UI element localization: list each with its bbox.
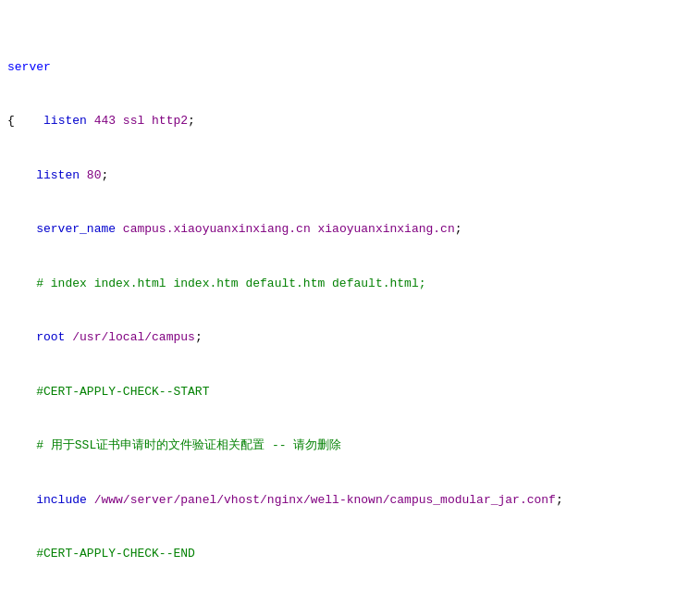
line-7: #CERT-APPLY-CHECK--START xyxy=(0,383,689,401)
line-11 xyxy=(0,599,689,617)
line-2: { listen 443 ssl http2; xyxy=(0,112,689,130)
line-4: server_name campus.xiaoyuanxinxiang.cn x… xyxy=(0,220,689,239)
code-editor: server { listen 443 ssl http2; listen 80… xyxy=(0,0,689,616)
line-3: listen 80; xyxy=(0,166,689,185)
line-6: root /usr/local/campus; xyxy=(0,328,689,347)
line-9: include /www/server/panel/vhost/nginx/we… xyxy=(0,491,689,510)
line-5: # index index.html index.htm default.htm… xyxy=(0,275,689,293)
line-1: server xyxy=(0,58,689,77)
line-10: #CERT-APPLY-CHECK--END xyxy=(0,545,689,563)
line-8: # 用于SSL证书申请时的文件验证相关配置 -- 请勿删除 xyxy=(0,437,689,455)
